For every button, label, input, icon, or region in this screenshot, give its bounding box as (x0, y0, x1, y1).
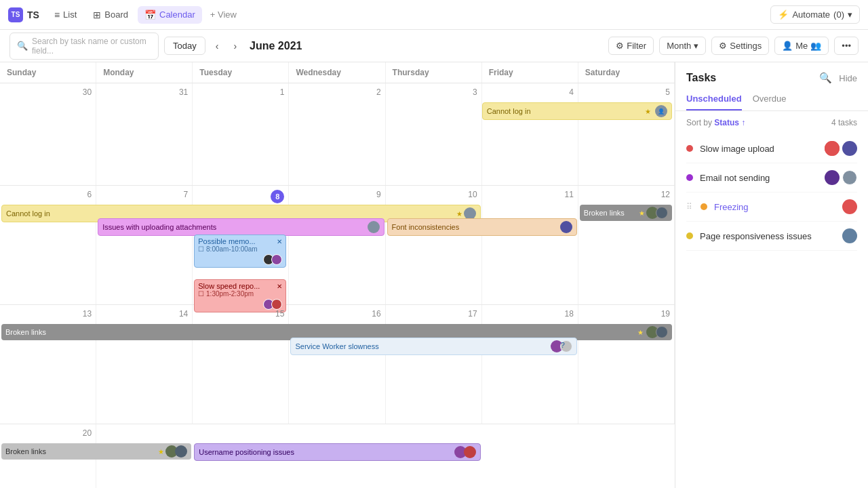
next-month-button[interactable]: › (229, 37, 241, 55)
tab-calendar[interactable]: 📅 Calendar (138, 6, 202, 24)
filter-label: Filter (627, 41, 646, 51)
add-view-label: + View (210, 9, 237, 20)
day-18[interactable]: 18 (482, 305, 578, 424)
event-service-worker[interactable]: Service Worker slowness ? (290, 338, 576, 355)
task-item-email[interactable]: Email not sending (686, 163, 857, 192)
day-15[interactable]: 15 (193, 305, 289, 424)
day-13[interactable]: 13 (0, 305, 96, 424)
tab-unscheduled[interactable]: Unscheduled (686, 89, 742, 110)
search-box[interactable]: 🔍 Search by task name or custom field... (9, 33, 159, 60)
automate-button[interactable]: ⚡ Automate (0) ▾ (770, 5, 860, 24)
day-11[interactable]: 11 (482, 186, 578, 304)
day-7[interactable]: 7 (96, 186, 193, 304)
event-possible-memory[interactable]: Possible memo... ✕ ☐ 8:00am-10:00am (194, 235, 286, 268)
app-logo: TS TS (8, 7, 39, 22)
header-sunday: Sunday (0, 62, 96, 83)
today-button[interactable]: Today (164, 37, 205, 55)
tasks-panel: Tasks 🔍 Hide Unscheduled Overdue Sort by… (675, 62, 868, 488)
tasks-search-icon[interactable]: 🔍 (819, 72, 832, 84)
task-item-slow-image[interactable]: Slow image upload (686, 134, 857, 163)
search-icon: 🔍 (17, 41, 28, 51)
settings-icon: ⚙ (719, 41, 727, 51)
header-friday: Friday (482, 62, 578, 83)
task-avatar (825, 170, 840, 185)
event-time: ☐ 1:30pm-2:30pm (198, 290, 282, 298)
event-label: Issues with uploading attachments (102, 223, 216, 231)
more-options-button[interactable]: ••• (834, 37, 859, 55)
day-9[interactable]: 9 (289, 186, 385, 304)
me-button[interactable]: 👤 Me 👥 (774, 37, 829, 55)
automate-count: (0) (833, 9, 844, 20)
day-14[interactable]: 14 (96, 305, 193, 424)
board-icon: ⊞ (93, 9, 101, 20)
day-30[interactable]: 30 (0, 83, 96, 185)
event-label: Broken links (5, 328, 46, 336)
event-broken-links-week3[interactable]: Broken links ★ (1, 443, 191, 460)
task-list: Slow image upload Email not sending ⠿ Fr… (675, 134, 868, 488)
logo-icon: TS (8, 7, 23, 22)
event-star-icon: ★ (456, 210, 462, 218)
automate-icon: ⚡ (778, 9, 789, 20)
tab-overdue[interactable]: Overdue (753, 89, 787, 110)
day-headers: Sunday Monday Tuesday Wednesday Thursday… (0, 62, 675, 83)
drag-handle-icon[interactable]: ⠿ (686, 202, 692, 211)
me-icon: 👤 (782, 41, 793, 51)
event-font-inconsistencies[interactable]: Font inconsistencies (387, 218, 577, 236)
task-avatar2 (842, 141, 857, 156)
top-right-area: ⚡ Automate (0) ▾ (770, 5, 860, 24)
event-label: Broken links (5, 447, 46, 455)
task-status-dot (686, 232, 693, 239)
sort-label: Sort by Status ↑ (686, 118, 745, 127)
calendar-body: 30 31 1 2 3 4 5 Cannot log in ★ 👤 (0, 83, 675, 488)
event-cannot-log-in-week0[interactable]: Cannot log in ★ 👤 (482, 102, 672, 120)
day-12[interactable]: 12 (578, 186, 675, 304)
event-star-icon: ★ (645, 108, 651, 115)
event-issues-uploading[interactable]: Issues with uploading attachments (98, 218, 384, 236)
task-item-freezing[interactable]: ⠿ Freezing (686, 192, 857, 222)
month-dropdown-button[interactable]: Month ▾ (659, 37, 706, 55)
sort-field-link[interactable]: Status ↑ (714, 118, 745, 127)
event-label: Broken links (584, 209, 625, 217)
tasks-tabs: Unscheduled Overdue (675, 89, 868, 111)
filter-icon: ⚙ (616, 41, 624, 51)
header-saturday: Saturday (578, 62, 675, 83)
header-wednesday: Wednesday (289, 62, 385, 83)
task-name-link[interactable]: Freezing (714, 202, 835, 212)
day-5[interactable]: 5 (578, 83, 675, 185)
task-item-page-responsiveness[interactable]: Page responsiveness issues (686, 222, 857, 251)
event-header: Slow speed repo... ✕ (198, 282, 282, 290)
month-chevron-icon: ▾ (694, 41, 698, 51)
task-name: Slow image upload (700, 144, 818, 154)
day-4[interactable]: 4 (482, 83, 578, 185)
day-10[interactable]: 10 (386, 186, 482, 304)
add-view-button[interactable]: + View (205, 6, 242, 23)
day-19[interactable]: 19 (578, 305, 675, 424)
filter-button[interactable]: ⚙ Filter (608, 37, 654, 55)
prev-month-button[interactable]: ‹ (211, 37, 224, 55)
event-username-positioning[interactable]: Username positioning issues (194, 443, 480, 461)
settings-button[interactable]: ⚙ Settings (711, 37, 769, 55)
day-3[interactable]: 3 (386, 83, 482, 185)
week-row-3: 20 Broken links ★ Username positioning i… (0, 424, 675, 488)
tab-board[interactable]: ⊞ Board (86, 6, 135, 24)
day-31[interactable]: 31 (96, 83, 193, 185)
task-status-dot (686, 174, 693, 181)
event-avatar2 (656, 207, 668, 219)
day-17[interactable]: 17 (386, 305, 482, 424)
tab-list-label: List (63, 9, 77, 20)
event-broken-links-week1[interactable]: Broken links ★ (580, 205, 672, 221)
hide-button[interactable]: Hide (839, 73, 857, 83)
day-1[interactable]: 1 (193, 83, 289, 185)
month-label: Month (667, 41, 691, 51)
header-monday: Monday (96, 62, 193, 83)
toolbar-right: ⚙ Filter Month ▾ ⚙ Settings 👤 Me 👥 ••• (608, 37, 859, 55)
day-16[interactable]: 16 (289, 305, 385, 424)
task-avatar (842, 228, 857, 243)
day-2[interactable]: 2 (289, 83, 385, 185)
event-avatar2 (464, 446, 476, 458)
event-star-icon: ★ (158, 448, 164, 455)
tab-list[interactable]: ≡ List (47, 6, 83, 24)
event-close-icon: ✕ (277, 283, 282, 290)
search-placeholder: Search by task name or custom field... (32, 37, 151, 56)
day-6[interactable]: 6 (0, 186, 96, 304)
